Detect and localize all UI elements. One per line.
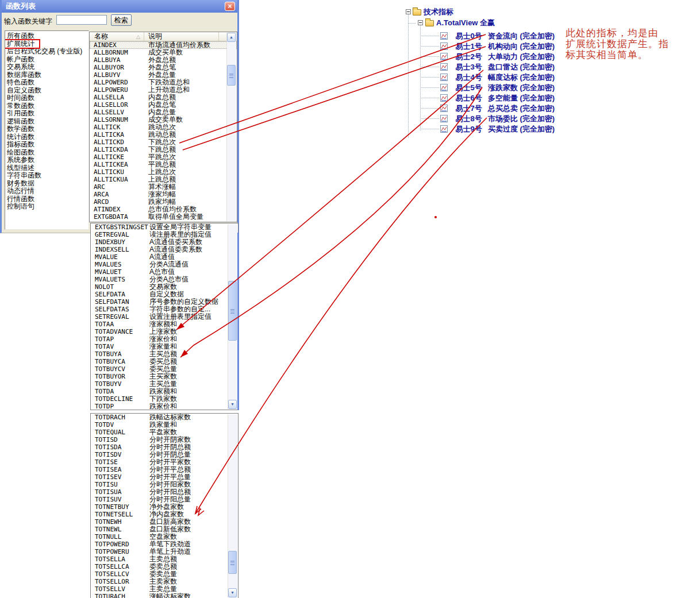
category-item[interactable]: 统计函数 (5, 133, 89, 141)
function-name: INDEXSELL (91, 246, 149, 253)
category-item[interactable]: 字符串函数 (5, 172, 89, 180)
annotation-line: 此处的指标，均是由 (566, 28, 692, 38)
tree-item[interactable]: 易士3号 盘口雷达 (完全加密) (402, 61, 575, 72)
function-name: TOTDV (91, 421, 149, 429)
indicator-name: 易士2号 (455, 52, 485, 62)
function-name: TOTISDA (91, 443, 149, 451)
tree-item[interactable]: 易士8号 市场委比 (完全加密) (402, 113, 575, 124)
scrollbar-thumb[interactable] (227, 65, 236, 86)
tree-item[interactable]: 易士5号 涨跌家数 (完全加密) (402, 82, 575, 92)
tree-item[interactable]: 易士4号 幅度达标 (完全加密) (402, 72, 575, 82)
table-row[interactable]: TOTDP 跌家价和 (91, 403, 238, 410)
category-item[interactable]: 逻辑函数 (5, 118, 89, 126)
tree-item[interactable]: 易士7号 总买总卖 (完全加密) (402, 103, 575, 113)
function-name: ALLPOWERD (90, 79, 148, 86)
function-name: ALLTICKEA (90, 161, 148, 168)
function-name: SETREGVAL (91, 313, 149, 321)
function-name: ALLTICKUA (90, 176, 148, 183)
tree-item[interactable]: 易士6号 多空能量 (完全加密) (402, 92, 575, 103)
sort-asc-icon: △ (136, 33, 140, 41)
chart-icon (440, 83, 448, 91)
close-icon[interactable]: × (225, 2, 235, 11)
function-name: ALLSELLV (90, 109, 148, 116)
title-bar[interactable]: 函数列表 × (2, 0, 237, 13)
tree-group-label[interactable]: A.TotalView 全赢 (436, 18, 495, 27)
category-item[interactable]: 常数函数 (5, 102, 89, 110)
scrollbar-thumb[interactable] (228, 281, 237, 341)
function-name: TOTAV (91, 343, 149, 350)
category-item[interactable]: 控制语句 (5, 203, 89, 211)
collapse-icon[interactable] (406, 9, 411, 14)
function-name: SELFDATA (91, 291, 149, 298)
function-name: ALLBORNUM (90, 49, 148, 56)
scroll-up-icon[interactable]: ▲ (227, 33, 236, 42)
function-name: TOTISDV (91, 451, 149, 458)
category-item[interactable]: 特色函数 (5, 79, 89, 87)
category-item[interactable]: 动态行情 (5, 187, 89, 195)
tree-root-label[interactable]: 技术指标 (424, 7, 453, 16)
category-item[interactable]: 引用函数 (5, 110, 89, 118)
table-rows-2: EXTGBSTRINGSET 设置全局字符串变量 GETREGVAL 读注册表里… (91, 223, 238, 410)
function-name: TOTDA (91, 388, 149, 395)
category-item[interactable]: 指标函数 (5, 141, 89, 149)
category-item[interactable]: 帐户函数 (5, 56, 89, 64)
category-item[interactable]: 扩展统计 (5, 40, 39, 48)
function-name: TOTAA (91, 321, 149, 328)
tree-item[interactable]: 易士0号 资金流向 (完全加密) (402, 30, 575, 41)
chart-icon (440, 114, 448, 122)
tree-line (408, 23, 416, 24)
category-item[interactable]: 所有函数 (5, 32, 89, 40)
search-button[interactable]: 检索 (111, 14, 132, 26)
annotation-arrow-5 (195, 118, 487, 514)
function-name: TOTDP (91, 403, 149, 410)
tree-item[interactable]: 易士1号 机构动向 (完全加密) (402, 41, 575, 51)
function-name: TOTSELLCV (91, 570, 149, 578)
scrollbar-3[interactable]: ▼ (228, 414, 237, 597)
scrollbar-2[interactable]: ▼ (228, 224, 237, 409)
scroll-down-icon[interactable]: ▼ (228, 400, 237, 409)
category-item[interactable]: 后台程式化交易 (专业版) (5, 48, 89, 56)
function-name: GETREGVAL (91, 231, 149, 238)
function-name: TOTBUYA (91, 350, 149, 358)
category-item[interactable]: 系统参数 (5, 156, 89, 164)
thumb-grip (229, 75, 233, 76)
function-name: ALLSORNUM (90, 116, 148, 124)
function-name: MVALUETS (91, 276, 149, 283)
function-name: TOTSELLA (91, 555, 149, 563)
category-item[interactable]: 绘图函数 (5, 149, 89, 157)
function-name: TOTURACH (91, 593, 149, 598)
function-name: ALLTICKDA (90, 146, 148, 153)
search-input[interactable] (56, 15, 107, 25)
indicator-desc: 资金流向 (完全加密) (488, 32, 555, 40)
category-item[interactable]: 时间函数 (5, 94, 89, 102)
category-item[interactable]: 数据库函数 (5, 71, 89, 79)
function-name: TOTNEWL (91, 526, 149, 533)
collapse-icon[interactable] (418, 20, 423, 25)
chart-icon (440, 125, 448, 132)
function-name: ARCD (90, 198, 148, 206)
function-name: ARC (90, 183, 148, 191)
tree-item[interactable]: 易士2号 大单动力 (完全加密) (402, 51, 575, 61)
table-row[interactable]: EXTGBDATA 取得单值全局变量 (90, 213, 237, 221)
category-item[interactable]: 财务数据 (5, 180, 89, 188)
function-name: TOTSELLOR (91, 578, 149, 585)
category-item[interactable]: 交易系统 (5, 63, 89, 71)
category-item[interactable]: 数学函数 (5, 125, 89, 133)
column-header-desc[interactable]: 说明 (144, 32, 219, 41)
function-name: ALLTICK (90, 124, 148, 131)
column-header-name[interactable]: 名称 △ (90, 32, 144, 41)
function-name: TOTNETSELL (91, 511, 149, 518)
scrollbar-thumb[interactable] (228, 551, 237, 574)
category-item[interactable]: 自定义函数 (5, 87, 89, 95)
function-table-top: 名称 △ 说明 AINDEX 市场流通值均价系数 ALLBORNUM 成交买单数… (89, 32, 237, 222)
scrollbar-1[interactable]: ▲ (226, 33, 236, 221)
function-name: ALLSELLOR (90, 101, 148, 109)
indicator-name: 易士9号 (455, 124, 485, 134)
tree-item[interactable]: 易士9号 买卖过度 (完全加密) (402, 124, 575, 134)
function-name: TOTPOWERU (91, 548, 149, 555)
category-item[interactable]: 行情函数 (5, 195, 89, 203)
function-name: ALLTICKA (90, 131, 148, 138)
table-row[interactable]: TOTURACH 涨幅达标家数 (91, 593, 238, 598)
scroll-down-icon[interactable]: ▼ (228, 588, 237, 597)
category-item[interactable]: 线型描述 (5, 164, 89, 172)
